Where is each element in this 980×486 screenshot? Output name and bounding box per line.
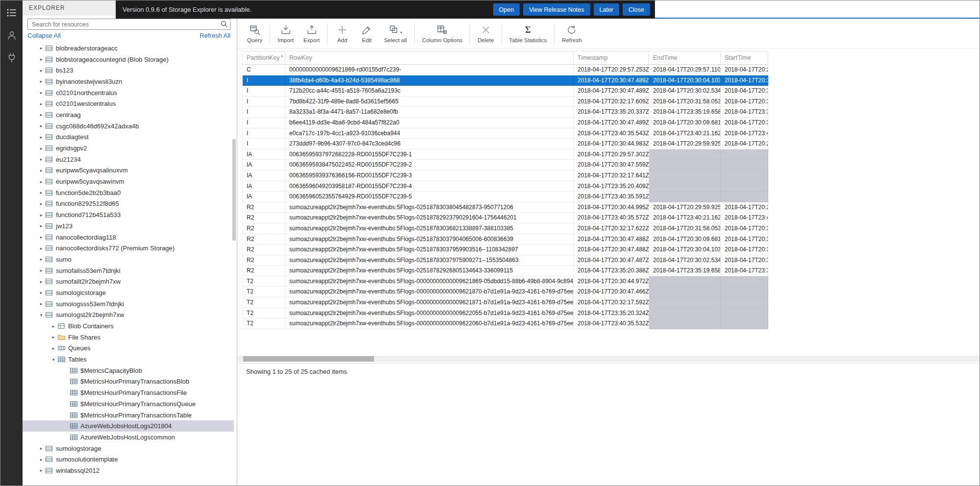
toolbar-button-select-all[interactable]: ▾Select all [379, 22, 412, 45]
cell-endtime[interactable]: 2018-04-17T23:35:19.658Z [649, 107, 721, 118]
cell-rowkey[interactable]: sumoazureappt2lr2bejmh7xw-eventhubs:5Flo… [285, 308, 574, 319]
cell-timestamp[interactable]: 2018-04-17T23:35:20.324Z [574, 308, 649, 319]
table-row[interactable]: C00000000000009621869-rd00155df7c239-201… [242, 65, 768, 75]
tree-item-ducdiagtest[interactable]: ▸ducdiagtest [23, 132, 234, 143]
cell-timestamp[interactable]: 2018-04-17T20:30:47.466Z [574, 287, 649, 297]
cell-partitionkey[interactable]: T2 [243, 308, 285, 319]
cell-partitionkey[interactable]: R2 [243, 266, 285, 276]
cell-rowkey[interactable]: sumoazureappt2lr2bejmh7xw-eventhubs:5Flo… [285, 287, 574, 297]
table-row[interactable]: Ie0ca717c-197b-4cc1-a923-91036ceba944201… [242, 128, 768, 139]
cell-endtime[interactable] [649, 308, 721, 319]
tree-item-azurewebjobshostlogs201804[interactable]: AzureWebJobsHostLogs201804 [23, 420, 234, 432]
tree-item-functiond712b451a533[interactable]: ▸functiond712b451a533 [23, 209, 234, 220]
tree-item-sumologsss53em7tdnjki[interactable]: ▸sumologsss53em7tdnjki [23, 298, 234, 310]
toolbar-button-column-options[interactable]: Column Options [417, 22, 467, 45]
cell-starttime[interactable] [721, 276, 768, 287]
chevron-down-icon[interactable]: ▾ [50, 357, 57, 362]
cell-timestamp[interactable]: 2018-04-17T20:32:17.641Z [574, 170, 649, 181]
cell-rowkey[interactable]: sumoazureappt2lr2bejmh7xw-eventhubs:5Flo… [285, 213, 574, 223]
table-row[interactable]: T2sumoazureappt2lr2bejmh7xw-eventhubs:5F… [242, 276, 768, 287]
tree-item-tables[interactable]: ▾Tables [23, 354, 234, 365]
cell-starttime[interactable] [721, 170, 768, 181]
cell-timestamp[interactable]: 2018-04-17T20:30:44.995Z [574, 202, 649, 213]
tree-item-metricshourprimarytransactionsqueue[interactable]: $MetricsHourPrimaryTransactionsQueue [23, 398, 234, 410]
cell-endtime[interactable] [649, 160, 721, 170]
chevron-right-icon[interactable]: ▸ [37, 157, 45, 162]
cell-starttime[interactable]: 2018-04-17T20:3 [721, 75, 768, 86]
cell-starttime[interactable]: 2018-04-17T20:3 [721, 234, 768, 245]
column-header-rowkey[interactable]: RowKey [285, 51, 574, 64]
chevron-right-icon[interactable]: ▸ [37, 301, 45, 306]
chevron-right-icon[interactable]: ▸ [37, 201, 45, 206]
cell-starttime[interactable]: 2018-04-17T23:4 [721, 128, 768, 139]
cell-rowkey[interactable]: sumoazureappt2lr2bejmh7xw-eventhubs:5Flo… [285, 297, 574, 308]
tree-item-egridsgpv2[interactable]: ▸egridsgpv2 [23, 143, 234, 154]
tree-item-sumologicstorage[interactable]: ▸sumologicstorage [23, 287, 234, 298]
chevron-right-icon[interactable]: ▸ [37, 46, 45, 50]
tree-item-nanocollectordisks772-premium-storage[interactable]: ▸nanocollectordisks772 (Premium Storage) [23, 243, 234, 254]
cell-endtime[interactable]: 2018-04-17T20:31:58.053Z [649, 97, 721, 107]
chevron-right-icon[interactable]: ▸ [37, 246, 45, 251]
cell-starttime[interactable]: 2018-04-17T23:4 [721, 213, 768, 223]
cell-partitionkey[interactable]: T2 [243, 318, 285, 329]
cell-endtime[interactable]: 2018-04-17T20:30:09.681Z [649, 234, 721, 245]
cell-timestamp[interactable]: 2018-04-17T20:30:47.488Z [574, 234, 649, 245]
open-button[interactable]: Open [493, 3, 520, 16]
cell-partitionkey[interactable]: I [243, 75, 285, 86]
horizontal-scrollbar-thumb[interactable] [243, 356, 374, 362]
cell-endtime[interactable]: 2018-04-17T20:29:57.110Z [649, 65, 721, 75]
cell-partitionkey[interactable]: I [243, 139, 285, 149]
cell-rowkey[interactable]: sumoazureappt2lr2bejmh7xw-eventhubs:5Flo… [285, 234, 574, 245]
tree-item-metricscapacityblob[interactable]: $MetricsCapacityBlob [23, 365, 234, 376]
cell-timestamp[interactable]: 2018-04-17T23:35:20.388Z [574, 266, 649, 276]
chevron-right-icon[interactable]: ▸ [37, 268, 45, 273]
table-row[interactable]: IA00636595939376366156-RD00155DF7C239-32… [242, 170, 768, 181]
table-row[interactable]: Ib6ee4119-dd3e-4ba6-9cbd-484a57f822a0201… [242, 118, 768, 128]
cell-endtime[interactable]: 2018-04-17T20:31:58.053Z [649, 223, 721, 234]
tree-item-function5de2b2b3baa0[interactable]: ▸function5de2b2b3baa0 [23, 187, 234, 198]
toolbar-button-import[interactable]: Import [273, 22, 299, 45]
cell-timestamp[interactable]: 2018-04-17T20:30:47.488Z [574, 244, 649, 255]
cell-timestamp[interactable]: 2018-04-17T23:40:35.543Z [574, 128, 649, 139]
cell-partitionkey[interactable]: C [243, 65, 285, 75]
cell-starttime[interactable]: 2018-04-17T20:3 [721, 244, 768, 255]
table-row[interactable]: I712b20cc-a44c-4551-a518-7605a6a2193c201… [242, 86, 768, 97]
chevron-right-icon[interactable]: ▸ [37, 112, 45, 117]
cell-timestamp[interactable]: 2018-04-17T20:30:44.972Z [574, 276, 649, 287]
cell-rowkey[interactable]: 712b20cc-a44c-4551-a518-7605a6a2193c [285, 86, 574, 97]
close-button[interactable]: Close [623, 3, 650, 16]
chevron-right-icon[interactable]: ▸ [37, 290, 45, 295]
chevron-right-icon[interactable]: ▸ [37, 168, 45, 173]
cell-partitionkey[interactable]: I [243, 128, 285, 139]
cell-endtime[interactable]: 2018-04-17T23:35:19.658Z [649, 266, 721, 276]
cell-starttime[interactable]: 2018-04-17T20:3 [721, 118, 768, 128]
tree-item-metricshourprimarytransactionsfile[interactable]: $MetricsHourPrimaryTransactionsFile [23, 387, 234, 398]
cell-rowkey[interactable]: sumoazureappt2lr2bejmh7xw-eventhubs:5Flo… [285, 318, 574, 329]
cell-starttime[interactable] [721, 287, 768, 297]
cell-endtime[interactable]: 2018-04-17T20:30:04.103Z [649, 244, 721, 255]
tree-item-centraag[interactable]: ▸centraag [23, 109, 234, 121]
cell-endtime[interactable] [649, 192, 721, 202]
cell-partitionkey[interactable]: I [243, 107, 285, 118]
cell-timestamp[interactable]: 2018-04-17T20:32:17.609Z [574, 97, 649, 107]
cell-rowkey[interactable]: 00636595938475022452-RD00155DF7C239-2 [285, 160, 574, 170]
toolbar-button-delete[interactable]: Delete [473, 22, 499, 45]
cell-endtime[interactable] [649, 170, 721, 181]
view-release-notes-button[interactable]: View Release Notes [523, 3, 590, 16]
toolbar-button-edit[interactable]: Edit [354, 22, 379, 45]
cell-timestamp[interactable]: 2018-04-17T20:30:47.487Z [574, 255, 649, 266]
cell-starttime[interactable]: 2018-04-17T20:3 [721, 86, 768, 97]
cell-timestamp[interactable]: 2018-04-17T20:30:47.489Z [574, 86, 649, 97]
cell-starttime[interactable] [721, 160, 768, 170]
table-row[interactable]: R2sumoazureappt2lr2bejmh7xw-eventhubs:5F… [242, 244, 768, 255]
tree-item-sumologstorage[interactable]: ▸sumologstorage [23, 443, 234, 454]
chevron-right-icon[interactable]: ▸ [37, 123, 45, 128]
chevron-right-icon[interactable]: ▸ [50, 324, 57, 329]
chevron-right-icon[interactable]: ▸ [37, 68, 45, 73]
chevron-right-icon[interactable]: ▸ [37, 213, 45, 218]
cell-starttime[interactable]: 2018-04-17T20:3 [721, 97, 768, 107]
column-header-timestamp[interactable]: Timestamp [574, 51, 649, 64]
cell-partitionkey[interactable]: R2 [243, 202, 285, 213]
tree-item-sumologst2lr2bejmh7xw[interactable]: ▾sumologst2lr2bejmh7xw [23, 310, 234, 321]
toolbar-button-export[interactable]: Export [299, 22, 325, 45]
